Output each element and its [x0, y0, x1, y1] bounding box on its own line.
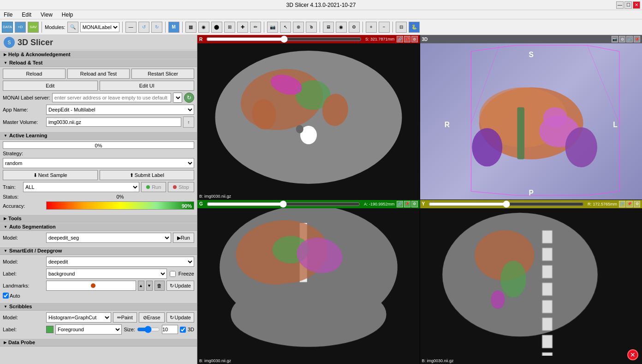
- server-dropdown[interactable]: [173, 93, 182, 103]
- coronal-settings-icon[interactable]: ⚙: [411, 201, 418, 207]
- undo-icon[interactable]: ↺: [138, 22, 149, 33]
- eraser-icon[interactable]: ✏: [250, 22, 261, 33]
- restart-slicer-button[interactable]: Restart Slicer: [131, 69, 194, 79]
- cross-icon[interactable]: ✚: [237, 22, 248, 33]
- smartedit-label-selector[interactable]: background: [46, 269, 167, 279]
- scribbles-header[interactable]: ▼ Scribbles: [0, 302, 197, 311]
- layout2-icon[interactable]: ⊟: [396, 22, 407, 33]
- save-icon[interactable]: SAV: [28, 22, 39, 33]
- search-modules-icon[interactable]: 🔍: [67, 22, 78, 33]
- smartedit-update-button[interactable]: ↻ Update: [166, 281, 194, 291]
- upload-icon[interactable]: ↑: [183, 117, 194, 128]
- python-icon[interactable]: 🐍: [409, 22, 420, 33]
- axial-pin-icon[interactable]: 📌: [404, 36, 410, 42]
- reload-button[interactable]: Reload: [3, 69, 65, 79]
- 3d-viewport[interactable]: 3D 📷 ⚙ 🔗 📌: [420, 35, 642, 200]
- 3d-icon3[interactable]: 🔗: [626, 36, 633, 42]
- menu-view[interactable]: View: [39, 12, 54, 18]
- axial-settings-icon[interactable]: ⚙: [411, 36, 418, 42]
- record-icon[interactable]: ◉: [336, 22, 347, 33]
- auto-checkbox[interactable]: [3, 293, 9, 299]
- server-input[interactable]: [52, 93, 171, 102]
- grid-icon[interactable]: ⊞: [224, 22, 235, 33]
- help-section-header[interactable]: ▶ Help & Acknowledgement: [0, 50, 197, 59]
- window-controls[interactable]: — ☐ ✕: [616, 1, 640, 9]
- data-icon[interactable]: DATA: [2, 22, 13, 33]
- size-input[interactable]: [162, 325, 178, 334]
- menu-file[interactable]: File: [2, 12, 14, 18]
- scribbles-paint-button[interactable]: ✏ Paint: [113, 312, 137, 323]
- transform-icon[interactable]: ⊕: [293, 22, 304, 33]
- data-probe-header[interactable]: ▶ Data Probe: [0, 338, 197, 346]
- minus-icon[interactable]: —: [125, 22, 137, 33]
- sagittal-link-icon[interactable]: 🔗: [619, 201, 625, 207]
- layout-icon[interactable]: ▦: [185, 22, 196, 33]
- axial-slider[interactable]: [206, 37, 362, 41]
- sphere-icon[interactable]: ⬤: [211, 22, 222, 33]
- landmarks-row: Landmarks: ▲ ▼ 🗑 ↻ Update: [3, 281, 194, 291]
- screenshot-icon[interactable]: 🖥: [323, 22, 334, 33]
- pointer-icon[interactable]: 🖱: [306, 22, 317, 33]
- run-button[interactable]: Run: [141, 182, 166, 192]
- coronal-viewport[interactable]: G A: -190.9952mm 🔗 📌 ⚙ B: img0030.nii.gz: [197, 200, 420, 364]
- coronal-slider[interactable]: [207, 202, 360, 206]
- coronal-pin-icon[interactable]: 📌: [404, 201, 410, 207]
- tools-section-header[interactable]: ▶ Tools: [0, 214, 197, 223]
- plus-icon[interactable]: +: [366, 22, 377, 33]
- train-selector[interactable]: ALL: [23, 182, 139, 192]
- freeze-checkbox[interactable]: [170, 271, 176, 277]
- 3d-icon2[interactable]: ⚙: [619, 36, 625, 42]
- app-selector[interactable]: DeepEdit - Multilabel: [46, 105, 194, 115]
- close-window-button[interactable]: ✕: [633, 1, 640, 9]
- capture-icon[interactable]: 📷: [267, 22, 278, 33]
- minimize-button[interactable]: —: [616, 1, 624, 9]
- close-button[interactable]: ✕: [627, 349, 638, 360]
- 3d-checkbox[interactable]: [180, 327, 186, 333]
- auto-seg-header[interactable]: ▼ Auto Segmentation: [0, 223, 197, 231]
- landmark-input[interactable]: [46, 281, 136, 291]
- edit-button[interactable]: Edit: [3, 81, 98, 91]
- scribbles-model-selector[interactable]: Histogram+GraphCut: [46, 312, 111, 323]
- reload-section-header[interactable]: ▼ Reload & Test: [0, 59, 197, 67]
- submit-label-button[interactable]: ⬆ Submit Label: [100, 170, 195, 180]
- stop-button[interactable]: Stop: [168, 182, 194, 192]
- sagittal-pin-icon[interactable]: 📌: [626, 201, 633, 207]
- landmark-up-arrow[interactable]: ▲: [138, 281, 144, 291]
- reload-test-button[interactable]: Reload and Test: [67, 69, 130, 79]
- sagittal-viewport[interactable]: Y R: 172.5765mm 🔗 📌 ⚙ B: img0030.nii.gz: [420, 200, 642, 364]
- menu-help[interactable]: Help: [60, 12, 75, 18]
- maximize-button[interactable]: ☐: [624, 1, 632, 9]
- redo-icon[interactable]: ↻: [151, 22, 162, 33]
- coronal-link-icon[interactable]: 🔗: [397, 201, 403, 207]
- auto-seg-run-button[interactable]: ▶ Run: [173, 233, 194, 243]
- scribbles-erase-button[interactable]: ⊘ Erase: [139, 312, 165, 323]
- landmark-down-arrow[interactable]: ▼: [146, 281, 153, 291]
- add-data-icon[interactable]: +D: [15, 22, 26, 33]
- sagittal-settings-icon[interactable]: ⚙: [634, 201, 640, 207]
- module-selector[interactable]: MONAILabel: [80, 22, 119, 32]
- smartedit-model-selector[interactable]: deepedit: [46, 257, 194, 267]
- strategy-selector[interactable]: random: [3, 158, 194, 168]
- minus2-icon[interactable]: −: [379, 22, 390, 33]
- auto-seg-model-selector[interactable]: deepedit_seg: [46, 233, 171, 243]
- monai-icon[interactable]: M: [168, 22, 179, 33]
- smartedit-header[interactable]: ▼ SmartEdit / Deepgrow: [0, 247, 197, 255]
- master-volume-input[interactable]: [46, 117, 181, 127]
- edit-ui-button[interactable]: Edit UI: [100, 81, 195, 91]
- axial-viewport[interactable]: R S: 321.7871mm 🔗 📌 ⚙ B: img0030.nii.gz: [197, 35, 420, 200]
- next-sample-button[interactable]: ⬇ Next Sample: [3, 170, 98, 180]
- 3d-icon4[interactable]: 📌: [634, 36, 640, 42]
- cursor-icon[interactable]: ↖: [280, 22, 291, 33]
- landmark-delete-button[interactable]: 🗑: [155, 281, 165, 291]
- scribbles-label-selector[interactable]: Foreground: [55, 324, 122, 335]
- server-refresh-button[interactable]: ↻: [184, 93, 194, 103]
- sagittal-slider[interactable]: [428, 202, 584, 206]
- axial-link-icon[interactable]: 🔗: [397, 36, 403, 42]
- 3d-icon1[interactable]: 📷: [612, 36, 618, 42]
- scribbles-update-button[interactable]: ↻ Update: [166, 312, 194, 323]
- active-learning-header[interactable]: ▼ Active Learning: [0, 131, 197, 140]
- size-slider[interactable]: [137, 326, 160, 333]
- menu-edit[interactable]: Edit: [20, 12, 33, 18]
- settings-icon[interactable]: ⚙: [349, 22, 360, 33]
- view-icon[interactable]: ◉: [198, 22, 209, 33]
